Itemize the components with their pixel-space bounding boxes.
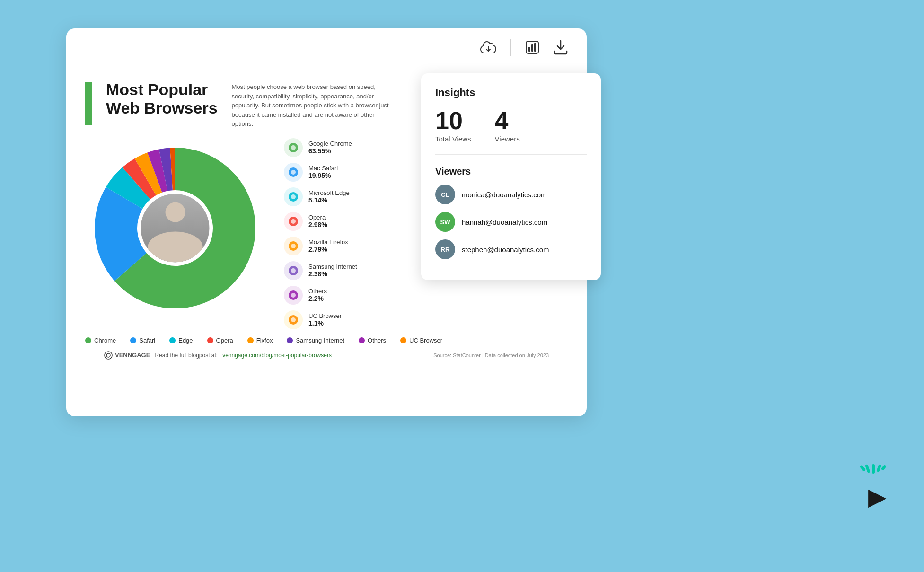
browser-percentage: 2.2% <box>308 295 327 302</box>
legend-item: Safari <box>130 337 155 344</box>
svg-point-12 <box>291 219 296 224</box>
browser-info: Samsung Internet 2.38% <box>308 263 357 278</box>
footer-text: Read the full blogpost at: <box>155 352 218 359</box>
legend-label: Others <box>368 337 386 344</box>
viewer-email: stephen@duoanalytics.com <box>462 246 549 254</box>
svg-rect-4 <box>534 43 536 52</box>
legend-dot <box>207 337 213 343</box>
legend-label: Chrome <box>94 337 116 344</box>
browser-percentage: 1.1% <box>308 319 342 327</box>
legend-label: Fixfox <box>256 337 273 344</box>
toolbar <box>66 28 587 66</box>
svg-rect-3 <box>531 44 533 52</box>
legend-dot <box>169 337 176 343</box>
legend-dot <box>130 337 136 343</box>
svg-rect-2 <box>528 47 530 52</box>
browser-info: Microsoft Edge 5.14% <box>308 189 350 204</box>
viewers-section-title: Viewers <box>435 166 587 177</box>
infographic-title-line2: Web Browsers <box>106 99 218 117</box>
legend-dot <box>85 337 91 343</box>
infographic-title-line1: Most Popular <box>106 80 218 99</box>
viewer-email: hannah@duoanalytics.com <box>462 218 547 226</box>
legend-label: UC Browser <box>409 337 442 344</box>
legend-dot <box>287 337 293 343</box>
browser-name: Mozilla Firefox <box>308 238 348 246</box>
svg-point-6 <box>291 145 296 150</box>
insights-title: Insights <box>435 87 587 99</box>
sparkle-5 <box>881 465 887 471</box>
sparkle-3 <box>872 464 875 474</box>
browser-percentage: 2.38% <box>308 270 357 278</box>
browser-percentage: 19.95% <box>308 172 338 179</box>
svg-point-8 <box>291 170 296 175</box>
donut-chart <box>85 138 265 318</box>
title-block: Most Popular Web Browsers <box>106 80 218 117</box>
insights-stats: 10 Total Views 4 Viewers <box>435 108 587 155</box>
viewer-avatar: CL <box>435 185 455 204</box>
legend-item: Opera <box>207 337 233 344</box>
person-image <box>141 194 210 262</box>
browser-list-item: Others 2.2% <box>284 286 568 305</box>
total-views-label: Total Views <box>435 135 471 143</box>
browser-icon <box>284 163 303 182</box>
footer-link[interactable]: venngage.com/blog/most-popular-browsers <box>222 352 332 359</box>
svg-point-14 <box>291 244 296 248</box>
viewers-count-number: 4 <box>495 108 520 133</box>
browser-icon <box>284 138 303 157</box>
browser-percentage: 63.55% <box>308 147 352 155</box>
legend-item: Edge <box>169 337 193 344</box>
browser-icon <box>284 310 303 329</box>
download-icon[interactable] <box>554 40 568 55</box>
viewers-list: CL monica@duoanalytics.com SW hannah@duo… <box>435 185 587 259</box>
green-accent-bar <box>85 82 92 125</box>
insights-panel: Insights 10 Total Views 4 Viewers Viewer… <box>421 73 601 280</box>
svg-point-18 <box>291 293 296 298</box>
legend-label: Samsung Internet <box>296 337 344 344</box>
browser-name: Samsung Internet <box>308 263 357 270</box>
browser-name: Opera <box>308 214 327 221</box>
viewer-item: SW hannah@duoanalytics.com <box>435 212 587 232</box>
browser-name: Mac Safari <box>308 165 338 172</box>
browser-info: Others 2.2% <box>308 288 327 302</box>
viewer-avatar: SW <box>435 212 455 232</box>
browser-name: Others <box>308 288 327 295</box>
browser-name: Microsoft Edge <box>308 189 350 196</box>
browser-icon <box>284 237 303 255</box>
browser-info: UC Browser 1.1% <box>308 312 342 327</box>
source-text: Source: StatCounter | Data collected on … <box>433 352 549 358</box>
cursor-container: ▶ <box>868 478 886 510</box>
legend-dot <box>247 337 254 343</box>
legend-dot <box>400 337 406 343</box>
legend-label: Opera <box>216 337 233 344</box>
browser-icon <box>284 286 303 305</box>
browser-percentage: 2.98% <box>308 221 327 229</box>
legend-item: Chrome <box>85 337 116 344</box>
browser-icon <box>284 261 303 280</box>
svg-point-16 <box>291 268 296 273</box>
svg-point-20 <box>291 317 296 322</box>
viewer-email: monica@duoanalytics.com <box>462 191 546 199</box>
legend-item: UC Browser <box>400 337 442 344</box>
browser-name: UC Browser <box>308 312 342 319</box>
browser-info: Mozilla Firefox 2.79% <box>308 238 348 253</box>
chart-bar-icon[interactable] <box>525 40 539 54</box>
total-views-stat: 10 Total Views <box>435 108 471 143</box>
donut-center-image <box>141 194 210 262</box>
infographic-description: Most people choose a web browser based o… <box>232 80 397 129</box>
browser-percentage: 5.14% <box>308 196 350 204</box>
legend-item: Others <box>359 337 386 344</box>
viewers-count-label: Viewers <box>495 135 520 143</box>
legend-item: Samsung Internet <box>287 337 344 344</box>
browser-info: Mac Safari 19.95% <box>308 165 338 179</box>
venngage-logo: VENNGAGE <box>104 351 150 360</box>
viewer-item: CL monica@duoanalytics.com <box>435 185 587 204</box>
browser-info: Opera 2.98% <box>308 214 327 229</box>
legend-dot <box>359 337 365 343</box>
toolbar-divider <box>510 39 511 56</box>
cloud-icon[interactable] <box>480 41 496 53</box>
viewer-avatar: RR <box>435 239 455 259</box>
viewers-count-stat: 4 Viewers <box>495 108 520 143</box>
browser-info: Google Chrome 63.55% <box>308 140 352 155</box>
browser-list-item: UC Browser 1.1% <box>284 310 568 329</box>
browser-name: Google Chrome <box>308 140 352 147</box>
